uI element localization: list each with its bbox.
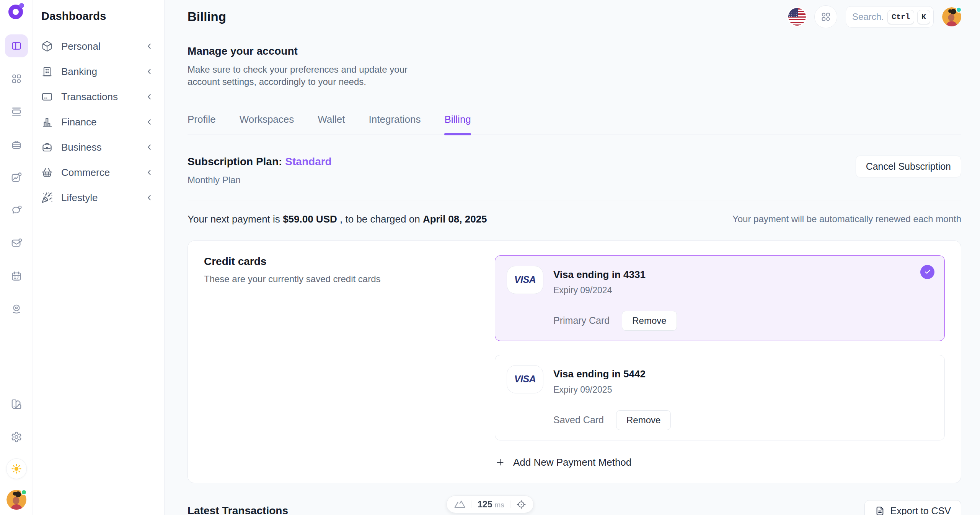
sidebar-item-personal[interactable]: Personal <box>41 39 154 54</box>
latency-readout[interactable]: 125ms <box>478 499 504 510</box>
basket-icon <box>41 167 53 178</box>
locate-icon[interactable] <box>516 499 527 510</box>
payment-infix: , to be charged on <box>340 213 420 225</box>
export-csv-button[interactable]: Export to CSV <box>864 500 961 515</box>
rail-panel-button[interactable] <box>5 34 28 57</box>
tab-workspaces[interactable]: Workspaces <box>240 114 294 135</box>
theme-toggle-button[interactable] <box>6 458 27 479</box>
mail-icon <box>11 237 22 249</box>
search-box: Ctrl K <box>846 6 934 28</box>
chevron-left-icon <box>144 92 154 102</box>
rail-mail-button[interactable] <box>5 232 28 255</box>
sidebar-item-business[interactable]: Business <box>41 140 154 155</box>
chevron-left-icon <box>144 142 154 152</box>
chevron-left-icon <box>144 167 154 177</box>
latency-value: 125 <box>478 499 492 509</box>
rail-rows-button[interactable] <box>5 100 28 123</box>
rail-briefcase-button[interactable] <box>5 133 28 156</box>
building-icon <box>41 66 53 77</box>
add-payment-method-label: Add New Payment Method <box>513 457 631 468</box>
language-flag-button[interactable] <box>788 8 806 26</box>
latest-transactions-title: Latest Transactions <box>188 505 288 515</box>
sidebar-item-banking[interactable]: Banking <box>41 64 154 79</box>
card-expiry: Expiry 09/2025 <box>553 385 671 395</box>
sidebar-item-label: Commerce <box>61 167 110 179</box>
rail-chat-button[interactable] <box>5 199 28 222</box>
rail-apps-button[interactable] <box>5 67 28 90</box>
rows-icon <box>11 106 22 117</box>
sidebar-item-label: Finance <box>61 116 97 128</box>
tab-integrations[interactable]: Integrations <box>369 114 421 135</box>
selected-check-icon[interactable] <box>920 265 934 279</box>
sidebar-item-finance[interactable]: Finance <box>41 114 154 130</box>
subscription-row: Subscription Plan:Standard Monthly Plan … <box>188 156 961 185</box>
briefcase-icon <box>11 139 22 150</box>
remove-card-button[interactable]: Remove <box>616 410 671 430</box>
latest-transactions-header: Latest Transactions Export to CSV <box>188 500 961 515</box>
chat-icon <box>11 205 22 216</box>
sidebar-item-commerce[interactable]: Commerce <box>41 165 154 180</box>
tab-wallet[interactable]: Wallet <box>318 114 345 135</box>
payment-prefix: Your next payment is <box>188 213 280 225</box>
chevron-left-icon <box>144 117 154 127</box>
party-popper-icon <box>41 192 53 203</box>
sidebar-item-label: Personal <box>61 41 101 52</box>
rail-theme-swatch-button[interactable] <box>5 393 28 416</box>
file-text-icon <box>875 506 885 515</box>
add-payment-method-button[interactable]: Add New Payment Method <box>495 457 945 468</box>
kbd-k: K <box>917 10 930 24</box>
sidebar-item-label: Transactions <box>61 91 118 103</box>
webcam-icon <box>11 303 22 315</box>
section-title: Manage your account <box>188 45 961 57</box>
account-section-header: Manage your account Make sure to check y… <box>188 45 961 88</box>
rail-calendar-button[interactable] <box>5 265 28 288</box>
next-payment-text: Your next payment is$59.00 USD, to be ch… <box>188 213 490 225</box>
card-title: Visa ending in 4331 <box>553 266 677 281</box>
chevron-left-icon <box>144 67 154 76</box>
visa-logo: VISA <box>507 266 543 294</box>
payment-date: April 08, 2025 <box>423 213 487 225</box>
subscription-plan-name: Standard <box>285 156 331 167</box>
sidebar-item-lifestyle[interactable]: Lifestyle <box>41 190 154 205</box>
apps-menu-button[interactable] <box>814 5 837 28</box>
search-input[interactable] <box>852 11 884 22</box>
bar-chart-icon <box>41 116 53 128</box>
chevron-left-icon <box>144 41 154 51</box>
account-tabs: Profile Workspaces Wallet Integrations B… <box>188 114 961 135</box>
sidebar-title: Dashboards <box>41 10 154 23</box>
header-user-avatar[interactable] <box>942 7 961 26</box>
grid-icon <box>11 73 22 84</box>
rail-settings-button[interactable] <box>5 426 28 448</box>
sidebar-item-label: Banking <box>61 66 97 78</box>
payment-amount: $59.00 USD <box>283 213 337 225</box>
grid-icon <box>820 11 831 22</box>
credit-cards-subtitle: These are your currently saved credit ca… <box>204 274 479 284</box>
nuxt-logo-icon[interactable] <box>453 500 466 509</box>
sidebar-item-transactions[interactable]: Transactions <box>41 89 154 104</box>
card-status-label: Saved Card <box>553 414 604 426</box>
card-title: Visa ending in 5442 <box>553 365 671 380</box>
divider <box>471 500 472 508</box>
panel-icon <box>11 40 22 52</box>
main-content: Billing Ctrl K Manage your account Make … <box>165 0 980 515</box>
rail-webcam-button[interactable] <box>5 297 28 320</box>
box-icon <box>41 41 53 52</box>
rail-user-avatar[interactable] <box>7 490 26 510</box>
tab-billing[interactable]: Billing <box>444 114 471 135</box>
sun-icon <box>11 463 22 474</box>
online-status-dot <box>21 489 27 495</box>
card-expiry: Expiry 09/2024 <box>553 285 677 296</box>
credit-card-item[interactable]: VISA Visa ending in 5442 Expiry 09/2025 … <box>495 355 945 440</box>
credit-cards-title: Credit cards <box>204 255 479 268</box>
sidebar: Dashboards Personal Banking Transactions… <box>33 0 165 515</box>
briefcase-icon <box>41 141 53 153</box>
remove-card-button[interactable]: Remove <box>622 311 677 331</box>
kbd-ctrl: Ctrl <box>887 10 914 24</box>
calendar-icon <box>11 270 22 282</box>
swatch-icon <box>11 398 22 410</box>
next-payment-row: Your next payment is$59.00 USD, to be ch… <box>188 213 961 225</box>
rail-analytics-button[interactable] <box>5 166 28 189</box>
tab-profile[interactable]: Profile <box>188 114 216 135</box>
credit-card-item[interactable]: VISA Visa ending in 4331 Expiry 09/2024 … <box>495 255 945 341</box>
cancel-subscription-button[interactable]: Cancel Subscription <box>856 156 961 177</box>
